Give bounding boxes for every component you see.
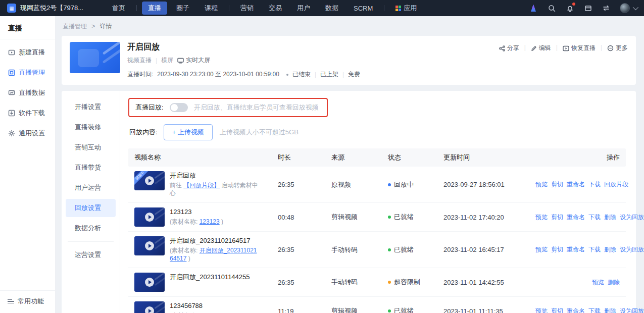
share-icon — [499, 45, 505, 51]
brand-logo-icon: ▦ — [7, 4, 16, 13]
settings-tabbar: 开播设置 直播装修 营销互动 直播带货 用户运营 回放设置 数据分析 运营设置 — [62, 91, 120, 313]
updated-cell: 2023-09-27 18:56:01 — [443, 181, 535, 188]
breadcrumb-parent[interactable]: 直播管理 — [63, 23, 87, 30]
nav-item-trade[interactable]: 交易 — [263, 2, 288, 15]
actions-cell: 预览剪切重命名下载删除设为回放 — [535, 307, 644, 313]
play-icon — [145, 278, 154, 287]
workspace-logo-icon[interactable] — [529, 4, 538, 13]
playback-toggle[interactable] — [170, 103, 188, 112]
video-thumbnail[interactable] — [134, 273, 165, 292]
sidebar-item-software-download[interactable]: 软件下载 — [0, 103, 55, 123]
action-rename[interactable]: 重命名 — [567, 180, 585, 189]
live-cover-thumbnail — [70, 42, 120, 73]
material-prefix: (素材名称: — [170, 218, 200, 225]
action-cut[interactable]: 剪切 — [551, 307, 563, 313]
table-row: 123123 (素材名称: 123123 ) 00:48 剪辑视频 已就绪 20… — [128, 203, 626, 232]
action-cut[interactable]: 剪切 — [551, 245, 563, 254]
nav-item-live[interactable]: 直播 — [142, 2, 167, 15]
action-delete[interactable]: 删除 — [604, 307, 616, 313]
video-thumbnail[interactable] — [134, 301, 165, 313]
material-suffix: ) — [186, 255, 190, 262]
tab-playback-settings[interactable]: 回放设置 — [66, 199, 116, 217]
action-preview[interactable]: 预览 — [535, 307, 548, 313]
nav-separator — [384, 5, 384, 11]
nav-item-marketing[interactable]: 营销 — [234, 2, 260, 15]
tab-live-decoration[interactable]: 直播装修 — [66, 118, 116, 136]
action-download[interactable]: 下载 — [588, 307, 601, 313]
switch-account-icon[interactable] — [602, 4, 611, 13]
action-set-as-playback[interactable]: 设为回放 — [620, 307, 644, 313]
playback-toggle-hint: 开启回放、直播结束后学员可查看回放视频 — [194, 103, 319, 112]
action-rename[interactable]: 重命名 — [567, 307, 585, 313]
nav-item-scrm[interactable]: SCRM — [348, 3, 379, 14]
material-link[interactable]: 123123 — [200, 218, 220, 225]
action-preview[interactable]: 预览 — [535, 180, 548, 189]
share-button[interactable]: 分享 — [499, 44, 519, 53]
notifications-bell-icon[interactable] — [565, 4, 574, 13]
nav-item-apps[interactable]: 应用 — [389, 2, 423, 15]
user-menu[interactable] — [620, 3, 637, 13]
table-body: 回放中 开启回放 前往 【回放片段】 启动转素材中心 26:35 原视频 回放中… — [128, 167, 626, 313]
nav-item-course[interactable]: 课程 — [199, 2, 224, 15]
status-dot — [388, 309, 391, 312]
sidebar-item-general-settings[interactable]: 通用设置 — [0, 123, 55, 143]
action-preview[interactable]: 预览 — [535, 213, 548, 222]
action-rename[interactable]: 重命名 — [567, 245, 585, 254]
action-preview[interactable]: 预览 — [592, 278, 604, 287]
tab-marketing-interaction[interactable]: 营销互动 — [66, 138, 116, 156]
action-delete[interactable]: 删除 — [604, 245, 616, 254]
tab-live-commerce[interactable]: 直播带货 — [66, 159, 116, 177]
column-updated: 更新时间 — [443, 153, 535, 162]
action-set-as-playback[interactable]: 设为回放 — [620, 245, 644, 254]
nav-item-data[interactable]: 数据 — [319, 2, 344, 15]
tab-broadcast-settings[interactable]: 开播设置 — [66, 98, 116, 116]
play-icon — [145, 213, 154, 222]
video-thumbnail[interactable]: 回放中 — [134, 171, 165, 190]
restore-live-button[interactable]: 恢复直播 — [563, 44, 596, 53]
archive-box-icon[interactable] — [583, 4, 592, 13]
sidebar-item-live-data[interactable]: 直播数据 — [0, 83, 55, 103]
realtime-screen-link[interactable]: 实时大屏 — [177, 56, 210, 65]
action-download[interactable]: 下载 — [588, 213, 601, 222]
action-cut[interactable]: 剪切 — [551, 180, 563, 189]
nav-item-home[interactable]: 首页 — [106, 2, 131, 15]
tab-user-operation[interactable]: 用户运营 — [66, 179, 116, 197]
brand[interactable]: ▦ 现网蓝悦2号【7978... — [7, 4, 106, 13]
action-delete[interactable]: 删除 — [604, 213, 616, 222]
action-preview[interactable]: 预览 — [535, 245, 548, 254]
table-row: 开启回放_20231102164517 (素材名称: 开启回放_20231102… — [128, 232, 626, 268]
tab-data-analysis[interactable]: 数据分析 — [66, 219, 116, 237]
sidebar-item-common-functions[interactable]: 常用功能 — [0, 291, 55, 313]
action-download[interactable]: 下载 — [588, 180, 601, 189]
tab-operation-settings[interactable]: 运营设置 — [66, 246, 116, 264]
status-text: 已就绪 — [394, 213, 414, 222]
nav-item-users[interactable]: 用户 — [291, 2, 316, 15]
material-link[interactable]: 【回放片段】 — [183, 182, 220, 189]
upload-video-button[interactable]: + 上传视频 — [164, 124, 213, 140]
action-download[interactable]: 下载 — [588, 245, 601, 254]
column-actions: 操作 — [535, 153, 626, 162]
material-suffix: ) — [220, 218, 223, 225]
video-subtitle: (素材名称: 开启回放_20231102164517 ) — [170, 246, 259, 264]
action-delete[interactable]: 删除 — [608, 278, 620, 287]
updated-cell: 2023-11-01 14:42:55 — [443, 279, 535, 286]
nav-item-circle[interactable]: 圈子 — [170, 2, 195, 15]
sidebar-item-new-live[interactable]: 新建直播 — [0, 42, 55, 63]
sidebar-item-live-management[interactable]: 直播管理 — [0, 63, 55, 83]
action-rename[interactable]: 重命名 — [567, 213, 585, 222]
video-thumbnail[interactable] — [134, 207, 165, 227]
video-thumbnail[interactable] — [134, 236, 165, 255]
status-dot — [388, 183, 391, 186]
video-subtitle: 前往 【回放片段】 启动转素材中心 — [170, 181, 259, 198]
play-icon — [145, 241, 154, 250]
status-text: 回放中 — [394, 180, 414, 189]
edit-button[interactable]: 编辑 — [531, 44, 551, 53]
search-icon[interactable] — [547, 4, 556, 13]
action-playback-clips[interactable]: 回放片段 — [604, 180, 628, 189]
apps-grid-icon — [395, 6, 401, 11]
video-name: 123456788 — [170, 301, 233, 310]
monitor-icon — [177, 58, 184, 64]
more-button[interactable]: 更多 — [607, 44, 628, 53]
action-cut[interactable]: 剪切 — [551, 213, 563, 222]
action-set-as-playback[interactable]: 设为回放 — [620, 213, 644, 222]
